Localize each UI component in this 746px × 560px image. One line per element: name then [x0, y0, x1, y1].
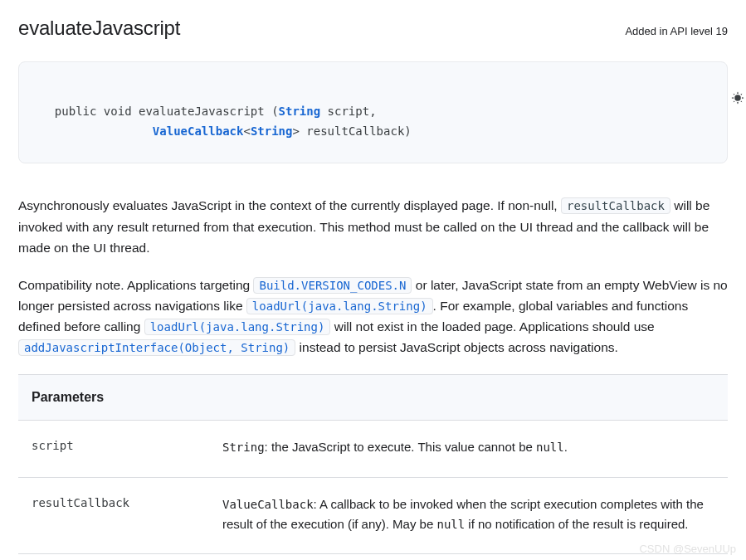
table-row: resultCallback ValueCallback: A callback… [18, 477, 728, 553]
code-loadurl-link-2[interactable]: loadUrl(java.lang.String) [144, 319, 331, 335]
param-desc2: . [564, 440, 568, 454]
parameters-header: Parameters [18, 375, 728, 421]
sig-prefix: public void evaluateJavascript ( [55, 105, 279, 118]
param-desc2: if no notification of the result is requ… [465, 517, 688, 531]
method-name: evaluateJavascript [18, 17, 180, 40]
code-addjsinterface-link[interactable]: addJavascriptInterface(Object, String) [18, 339, 295, 356]
p2e: instead to persist JavaScript objects ac… [295, 340, 618, 354]
p1a: Asynchronously evaluates JavaScript in t… [18, 198, 561, 212]
p2d: will not exist in the loaded page. Appli… [330, 319, 654, 334]
method-signature-code: public void evaluateJavascript (String s… [18, 61, 728, 163]
sig-indent [41, 124, 153, 138]
param-type: ValueCallback [222, 498, 314, 511]
code-loadurl-link-1[interactable]: loadUrl(java.lang.String) [246, 298, 433, 314]
param-null: null [536, 441, 564, 454]
sig-tail: > resultCallback) [292, 124, 411, 138]
method-header: evaluateJavascript Added in API level 19 [18, 17, 728, 40]
p2a: Compatibility note. Applications targeti… [18, 278, 253, 292]
param-desc: ValueCallback: A callback to be invoked … [209, 477, 728, 553]
description-para-1: Asynchronously evaluates JavaScript in t… [18, 195, 728, 257]
type-valuecallback-link[interactable]: ValueCallback [153, 124, 244, 138]
sig-lt: < [243, 124, 250, 138]
type-string2-link[interactable]: String [251, 124, 293, 138]
param-type: String [222, 441, 265, 454]
param-name: script [18, 421, 209, 478]
param-desc: String: the JavaScript to execute. This … [209, 421, 728, 478]
param-desc1: : the JavaScript to execute. This value … [265, 440, 536, 454]
param-name: resultCallback [18, 477, 209, 553]
parameters-table: Parameters script String: the JavaScript… [18, 374, 728, 554]
table-row: script String: the JavaScript to execute… [18, 421, 728, 478]
api-level-badge: Added in API level 19 [625, 25, 728, 37]
description-para-2: Compatibility note. Applications targeti… [18, 275, 728, 358]
param-null: null [436, 518, 465, 531]
theme-toggle-icon[interactable] [702, 71, 717, 85]
code-resultcallback: resultCallback [561, 197, 670, 214]
sig-param1: script, [320, 105, 383, 118]
type-string-link[interactable]: String [279, 105, 321, 118]
code-build-version-n-link[interactable]: Build.VERSION_CODES.N [253, 277, 412, 294]
